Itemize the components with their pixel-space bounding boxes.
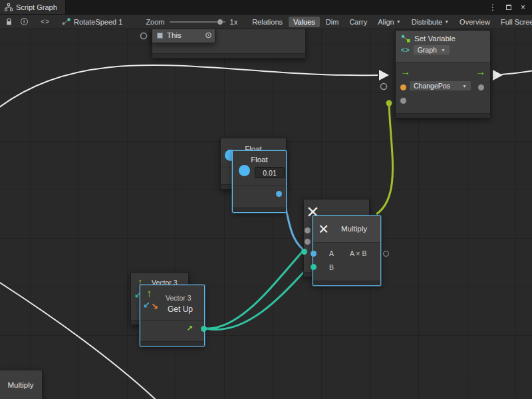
values-button[interactable]: Values: [289, 17, 320, 27]
input-a-port[interactable]: [311, 251, 317, 257]
graph-toolbar: i <> RotateSpeed 1 Zoom 1x Relations Val…: [0, 15, 532, 29]
graph-name: RotateSpeed 1: [74, 18, 122, 26]
value-input-port[interactable]: [400, 98, 406, 104]
target-output-icon[interactable]: ⊙: [205, 30, 212, 40]
values-label: Values: [293, 18, 315, 26]
flow-in-arrow-icon[interactable]: →: [400, 66, 410, 76]
align-button[interactable]: Align▼: [373, 17, 405, 27]
flow-edge-left[interactable]: [0, 65, 378, 112]
set-variable-title: Set Variable: [414, 35, 456, 43]
flow-out-arrow-icon[interactable]: →: [475, 66, 485, 76]
corner-multiply-node[interactable]: Multiply: [0, 370, 43, 399]
distribute-label: Distribute: [412, 18, 442, 26]
lock-icon[interactable]: [4, 18, 13, 26]
this-node-left-port[interactable]: [141, 33, 147, 39]
input-b-label: B: [329, 263, 334, 271]
node-footer: [313, 281, 380, 285]
overview-button[interactable]: Overview: [455, 17, 495, 27]
zoom-control: Zoom 1x: [146, 18, 237, 26]
result-value-edge[interactable]: [376, 103, 393, 214]
float-node[interactable]: Float 0.01: [232, 150, 287, 213]
diag-arrow-icon: ↗: [186, 325, 193, 332]
zoom-label: Zoom: [146, 18, 164, 26]
chevron-down-icon: ▼: [441, 48, 446, 53]
ghost-port-connected[interactable]: [301, 249, 307, 255]
node-separator: [233, 186, 286, 186]
relations-label: Relations: [252, 18, 283, 26]
float-title: Float: [233, 156, 286, 164]
relations-button[interactable]: Relations: [247, 17, 287, 27]
input-a-label: A: [329, 249, 334, 257]
dim-label: Dim: [326, 18, 339, 26]
zoom-slider[interactable]: [170, 21, 225, 23]
overview-label: Overview: [460, 18, 490, 26]
full-screen-button[interactable]: Full Screen: [496, 17, 532, 27]
maximize-glyph: [506, 5, 511, 10]
result-port[interactable]: [383, 251, 389, 257]
set-variable-value-port[interactable]: [386, 100, 392, 106]
zoom-level: 1x: [230, 18, 238, 26]
flow-row: → →: [396, 63, 490, 81]
zoom-slider-handle[interactable]: [217, 19, 223, 25]
variable-name-port[interactable]: [400, 84, 406, 90]
toolbar-buttons: Relations Values Dim Carry Align▼ Distri…: [247, 17, 532, 27]
ghost-port-b[interactable]: [305, 239, 311, 245]
set-variable-header: Set Variable <> Graph ▼: [396, 31, 490, 63]
flow-edge-right[interactable]: [501, 70, 532, 74]
dim-button[interactable]: Dim: [321, 17, 344, 27]
down-right-arrow-icon: ↘: [151, 302, 158, 311]
tab-bar: Script Graph ⋮ ×: [0, 0, 532, 15]
variable-dropdown[interactable]: ChangePos ▼: [410, 81, 471, 90]
script-graph-icon: [5, 3, 13, 11]
graph-canvas[interactable]: This ⊙ Set Variable <> Graph: [0, 29, 532, 399]
info-icon[interactable]: i: [19, 18, 29, 25]
code-view-icon[interactable]: <>: [41, 18, 50, 25]
distribute-button[interactable]: Distribute▼: [407, 17, 454, 27]
flow-arrow-in-icon: [379, 70, 389, 80]
node-footer: [396, 113, 490, 118]
type-code-icon: <>: [401, 47, 410, 54]
node-footer: [140, 341, 204, 346]
float-value-field[interactable]: 0.01: [255, 167, 285, 178]
vector3-get-up-node[interactable]: ↑ ↙ ↘ Vector 3 Get Up ↗: [140, 285, 205, 346]
node-separator: [140, 320, 204, 321]
window-menu-icon[interactable]: ⋮: [489, 3, 497, 11]
variable-value: ChangePos: [414, 82, 450, 90]
float-output-port[interactable]: [276, 191, 282, 197]
vector3-title: Vector 3: [166, 294, 192, 302]
value-row: [396, 96, 490, 109]
set-variable-node[interactable]: Set Variable <> Graph ▼ → → ChangePos: [395, 30, 491, 118]
result-label: A × B: [350, 249, 366, 257]
chevron-down-icon: ▼: [396, 19, 401, 24]
ghost-port-a[interactable]: [305, 227, 311, 233]
chevron-down-icon: ▼: [462, 84, 467, 88]
variable-output-port[interactable]: [478, 84, 484, 90]
vector3-output-port[interactable]: [201, 326, 207, 332]
variable-row: ChangePos ▼: [396, 81, 490, 96]
this-node[interactable]: This ⊙: [152, 29, 215, 43]
this-node-title: This: [167, 31, 182, 39]
multiply-node[interactable]: × Multiply A A × B B: [313, 215, 381, 286]
maximize-icon[interactable]: [506, 3, 511, 11]
carry-button[interactable]: Carry: [344, 17, 372, 27]
node-footer: [152, 53, 305, 58]
scope-dropdown[interactable]: Graph ▼: [414, 45, 450, 55]
flow-arrow-out-icon: [493, 70, 503, 80]
set-variable-unconnected-port[interactable]: [381, 84, 387, 90]
float-type-icon: [239, 165, 250, 176]
graph-breadcrumb[interactable]: RotateSpeed 1: [62, 18, 122, 26]
tab-label: Script Graph: [16, 3, 57, 11]
up-arrow-icon: ↑: [146, 288, 152, 299]
graph-ref-icon: [62, 18, 70, 25]
vector-value-edge-b[interactable]: [206, 267, 309, 330]
set-variable-icon: [401, 35, 410, 43]
multiply-header: × Multiply: [313, 216, 380, 243]
multiply-icon: ×: [319, 220, 329, 237]
scope-value: Graph: [418, 46, 437, 54]
script-graph-window: Script Graph ⋮ × i <> RotateSpeed 1: [0, 0, 532, 399]
input-b-port[interactable]: [311, 264, 317, 270]
window-controls: ⋮ ×: [489, 0, 532, 14]
tab-script-graph[interactable]: Script Graph: [0, 0, 66, 14]
node-footer: [233, 207, 286, 212]
close-icon[interactable]: ×: [521, 3, 525, 11]
